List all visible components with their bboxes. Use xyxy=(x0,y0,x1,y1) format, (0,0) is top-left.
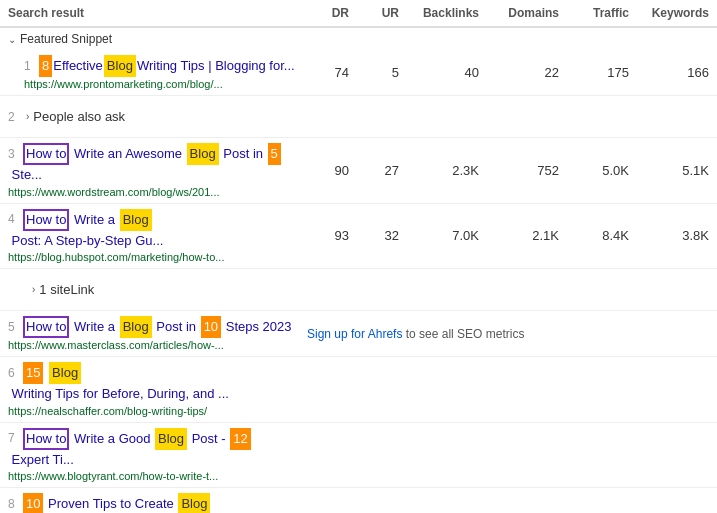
result-cell: 7 How to Write a Good Blog Post - 12 Exp… xyxy=(8,428,299,482)
sitelink-row: › 1 siteLink xyxy=(0,269,717,311)
highlight-blog: Blog xyxy=(178,493,210,513)
highlight-blog: Blog xyxy=(120,209,152,231)
table-row: 1 8 Effective Blog Writing Tips | Bloggi… xyxy=(0,50,717,96)
col-domains: Domains xyxy=(479,6,559,20)
result-cell: 6 15 Blog Writing Tips for Before, Durin… xyxy=(8,362,299,416)
title-text: Write a Good xyxy=(70,430,154,448)
metric-dr: 74 xyxy=(299,65,349,80)
highlight-howto: How to xyxy=(23,209,69,231)
highlight-howto: How to xyxy=(23,428,69,450)
signup-link[interactable]: Sign up for Ahrefs xyxy=(307,327,402,341)
signup-text: to see all SEO metrics xyxy=(406,327,525,341)
row-number: 1 xyxy=(24,58,38,75)
title-text: Proven Tips to Create xyxy=(44,495,177,513)
highlight-howto: How to xyxy=(23,316,69,338)
signup-cta: Sign up for Ahrefs to see all SEO metric… xyxy=(299,327,709,341)
title-text: Post: A Step-by-Step Gu... xyxy=(8,232,163,250)
title-text: Effective xyxy=(53,57,103,75)
result-title[interactable]: 1 8 Effective Blog Writing Tips | Bloggi… xyxy=(24,55,299,77)
highlight-blog: Blog xyxy=(155,428,187,450)
result-cell: 3 How to Write an Awesome Blog Post in 5… xyxy=(8,143,299,197)
table-row: 4 How to Write a Blog Post: A Step-by-St… xyxy=(0,204,717,269)
metric-keywords: 3.8K xyxy=(629,228,709,243)
result-cell: 8 10 Proven Tips to Create Blog Posts Th… xyxy=(8,493,299,513)
result-url[interactable]: https://nealschaffer.com/blog-writing-ti… xyxy=(8,405,299,417)
result-title[interactable]: 5 How to Write a Blog Post in 10 Steps 2… xyxy=(8,316,299,338)
col-search-result: Search result xyxy=(8,6,299,20)
result-title[interactable]: 6 15 Blog Writing Tips for Before, Durin… xyxy=(8,362,299,403)
highlight-num: 5 xyxy=(268,143,281,165)
result-title[interactable]: 8 10 Proven Tips to Create Blog Posts Th… xyxy=(8,493,299,513)
col-ur: UR xyxy=(349,6,399,20)
results-table: Search result DR UR Backlinks Domains Tr… xyxy=(0,0,717,513)
result-url[interactable]: https://www.prontomarketing.com/blog/... xyxy=(24,78,299,90)
people-also-ask-row: 2 › People also ask xyxy=(0,96,717,138)
highlight-num: 10 xyxy=(201,316,221,338)
row-number: 4 xyxy=(8,211,22,228)
row-number: 2 xyxy=(8,110,22,124)
title-text xyxy=(44,364,48,382)
result-title[interactable]: 7 How to Write a Good Blog Post - 12 Exp… xyxy=(8,428,299,469)
highlight-num: 12 xyxy=(230,428,250,450)
metric-domains: 22 xyxy=(479,65,559,80)
row-number: 7 xyxy=(8,430,22,447)
highlight-blog: Blog xyxy=(104,55,136,77)
chevron-right-icon: › xyxy=(32,284,35,295)
metric-backlinks: 7.0K xyxy=(399,228,479,243)
sitelink-label[interactable]: 1 siteLink xyxy=(39,282,94,297)
metric-backlinks: 2.3K xyxy=(399,163,479,178)
metric-backlinks: 40 xyxy=(399,65,479,80)
row-number: 6 xyxy=(8,365,22,382)
metric-traffic: 5.0K xyxy=(559,163,629,178)
metric-dr: 93 xyxy=(299,228,349,243)
col-dr: DR xyxy=(299,6,349,20)
highlight-blog: Blog xyxy=(120,316,152,338)
chevron-down-icon: ⌄ xyxy=(8,34,16,45)
result-url[interactable]: https://www.masterclass.com/articles/how… xyxy=(8,339,299,351)
row-number: 8 xyxy=(8,496,22,513)
row-number: 3 xyxy=(8,146,22,163)
table-row: 5 How to Write a Blog Post in 10 Steps 2… xyxy=(0,311,717,357)
table-header: Search result DR UR Backlinks Domains Tr… xyxy=(0,0,717,28)
title-text: Writing Tips for Before, During, and ... xyxy=(8,385,229,403)
metric-traffic: 8.4K xyxy=(559,228,629,243)
table-row: 3 How to Write an Awesome Blog Post in 5… xyxy=(0,138,717,203)
title-text: Ste... xyxy=(8,166,42,184)
result-url[interactable]: https://www.wordstream.com/blog/ws/201..… xyxy=(8,186,299,198)
result-cell: 4 How to Write a Blog Post: A Step-by-St… xyxy=(8,209,299,263)
col-keywords: Keywords xyxy=(629,6,709,20)
result-cell: 1 8 Effective Blog Writing Tips | Bloggi… xyxy=(24,55,299,90)
result-title[interactable]: 3 How to Write an Awesome Blog Post in 5… xyxy=(8,143,299,184)
col-backlinks: Backlinks xyxy=(399,6,479,20)
people-also-ask-label[interactable]: People also ask xyxy=(33,109,125,124)
title-text: Writing Tips | Blogging for... xyxy=(137,57,295,75)
metric-keywords: 166 xyxy=(629,65,709,80)
highlight-blog: Blog xyxy=(49,362,81,384)
title-text: Post in xyxy=(220,145,267,163)
highlight-num: 8 xyxy=(39,55,52,77)
title-text: Post in xyxy=(153,318,200,336)
row-number: 5 xyxy=(8,319,22,336)
metric-domains: 2.1K xyxy=(479,228,559,243)
title-text: Write an Awesome xyxy=(70,145,185,163)
result-url[interactable]: https://blog.hubspot.com/marketing/how-t… xyxy=(8,251,299,263)
highlight-howto: How to xyxy=(23,143,69,165)
highlight-num: 15 xyxy=(23,362,43,384)
chevron-right-icon: › xyxy=(26,111,29,122)
title-text: Post - xyxy=(188,430,229,448)
highlight-num: 10 xyxy=(23,493,43,513)
metric-ur: 32 xyxy=(349,228,399,243)
metric-traffic: 175 xyxy=(559,65,629,80)
result-title[interactable]: 4 How to Write a Blog Post: A Step-by-St… xyxy=(8,209,299,250)
featured-snippet-label: ⌄ Featured Snippet xyxy=(0,28,717,50)
result-cell: 5 How to Write a Blog Post in 10 Steps 2… xyxy=(8,316,299,351)
title-text: Write a xyxy=(70,211,118,229)
result-url[interactable]: https://www.blogtyrant.com/how-to-write-… xyxy=(8,470,299,482)
metric-ur: 5 xyxy=(349,65,399,80)
table-row: 7 How to Write a Good Blog Post - 12 Exp… xyxy=(0,423,717,488)
result-cell: 2 › People also ask xyxy=(8,109,299,124)
metric-ur: 27 xyxy=(349,163,399,178)
title-text: Expert Ti... xyxy=(8,451,74,469)
metric-dr: 90 xyxy=(299,163,349,178)
highlight-blog: Blog xyxy=(187,143,219,165)
